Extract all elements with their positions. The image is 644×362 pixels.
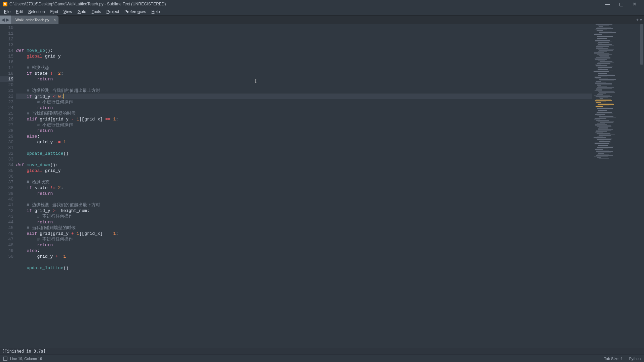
line-number[interactable]: 12 bbox=[0, 36, 13, 42]
code-line[interactable]: return bbox=[16, 105, 592, 111]
code-line[interactable]: global grid_y bbox=[16, 53, 592, 59]
line-number[interactable]: 27 bbox=[0, 122, 13, 128]
code-line[interactable]: return bbox=[16, 191, 592, 196]
build-output-panel[interactable]: [Finished in 3.7s] bbox=[0, 348, 644, 355]
tab-walklatticeteach[interactable]: WalkLatticeTeach.py × bbox=[11, 15, 58, 24]
line-number[interactable]: 26 bbox=[0, 116, 13, 122]
code-line[interactable]: else: bbox=[16, 248, 592, 254]
code-line[interactable]: # 检测状态 bbox=[16, 65, 592, 71]
line-number[interactable]: 21 bbox=[0, 88, 13, 94]
code-line[interactable] bbox=[16, 271, 592, 277]
code-line[interactable] bbox=[16, 156, 592, 162]
line-number[interactable]: 45 bbox=[0, 225, 13, 231]
menu-file[interactable]: File bbox=[1, 8, 13, 15]
menu-help[interactable]: Help bbox=[149, 8, 163, 15]
code-line[interactable]: return bbox=[16, 242, 592, 248]
code-line[interactable]: # 边缘检测 当我们的值超出最上方时 bbox=[16, 88, 592, 94]
code-line[interactable]: return bbox=[16, 128, 592, 134]
line-number[interactable]: 11 bbox=[0, 31, 13, 36]
menu-tools[interactable]: Tools bbox=[89, 8, 104, 15]
tab-close-icon[interactable]: × bbox=[53, 17, 56, 22]
code-line[interactable]: def move_down(): bbox=[16, 162, 592, 168]
code-line[interactable]: # 不进行任何操作 bbox=[16, 99, 592, 105]
code-line[interactable]: elif grid[grid_y - 1][grid_x] == 1: bbox=[16, 116, 592, 122]
code-line[interactable] bbox=[16, 59, 592, 65]
line-number[interactable]: 49 bbox=[0, 248, 13, 254]
code-line[interactable]: # 当我们碰到墙壁的时候 bbox=[16, 111, 592, 116]
line-number[interactable]: 32 bbox=[0, 151, 13, 156]
code-line[interactable]: update_lattice() bbox=[16, 265, 592, 271]
status-tabsize[interactable]: Tab Size: 4 bbox=[604, 357, 622, 361]
code-line[interactable]: else: bbox=[16, 134, 592, 139]
code-line[interactable]: global grid_y bbox=[16, 168, 592, 174]
line-number[interactable]: 29 bbox=[0, 134, 13, 139]
code-line[interactable]: # 不进行任何操作 bbox=[16, 214, 592, 219]
code-line[interactable]: # 检测状态 bbox=[16, 179, 592, 185]
menu-find[interactable]: Find bbox=[47, 8, 61, 15]
line-number[interactable]: 28 bbox=[0, 128, 13, 134]
line-number[interactable]: 36 bbox=[0, 174, 13, 179]
scrollbar-thumb[interactable] bbox=[640, 24, 643, 65]
nav-back-icon[interactable]: ◀ bbox=[1, 17, 5, 22]
line-number[interactable]: 42 bbox=[0, 208, 13, 214]
line-number[interactable]: 44 bbox=[0, 219, 13, 225]
code-line[interactable]: grid_y -= 1 bbox=[16, 139, 592, 145]
line-number[interactable]: 39 bbox=[0, 191, 13, 196]
line-number[interactable]: 13 bbox=[0, 42, 13, 48]
tab-dropdown-icon[interactable]: ▾ bbox=[640, 17, 642, 22]
line-number[interactable]: 31 bbox=[0, 145, 13, 151]
code-editor[interactable]: I def move_up(): global grid_y # 检测状态 if… bbox=[16, 24, 592, 348]
code-line[interactable]: if grid_y >= height_num: bbox=[16, 208, 592, 214]
code-line[interactable]: # 不进行任何操作 bbox=[16, 237, 592, 242]
code-line[interactable]: update_lattice() bbox=[16, 151, 592, 156]
panel-switcher-icon[interactable] bbox=[3, 357, 7, 361]
line-number[interactable]: 40 bbox=[0, 196, 13, 202]
line-number[interactable]: 18 bbox=[0, 71, 13, 76]
line-number[interactable]: 43 bbox=[0, 214, 13, 219]
line-number[interactable]: 20 bbox=[0, 82, 13, 88]
line-number[interactable]: 17 bbox=[0, 65, 13, 71]
line-number-gutter[interactable]: 1011121314151617181920212223242526272829… bbox=[0, 24, 16, 348]
line-number[interactable]: 48 bbox=[0, 242, 13, 248]
nav-forward-icon[interactable]: ▶ bbox=[5, 17, 10, 22]
line-number[interactable]: 24 bbox=[0, 105, 13, 111]
line-number[interactable]: 14 bbox=[0, 48, 13, 53]
menu-edit[interactable]: Edit bbox=[13, 8, 26, 15]
code-line[interactable]: if grid_y < 0: bbox=[16, 94, 592, 99]
code-line[interactable] bbox=[16, 82, 592, 88]
code-line[interactable]: return bbox=[16, 219, 592, 225]
code-line[interactable]: # 当我们碰到墙壁的时候 bbox=[16, 225, 592, 231]
menu-view[interactable]: View bbox=[61, 8, 75, 15]
line-number[interactable]: 15 bbox=[0, 53, 13, 59]
code-line[interactable] bbox=[16, 196, 592, 202]
close-window-button[interactable]: ✕ bbox=[628, 0, 641, 8]
menu-selection[interactable]: Selection bbox=[26, 8, 47, 15]
code-line[interactable]: # 边缘检测 当我们的值超出最下方时 bbox=[16, 202, 592, 208]
menu-preferences[interactable]: Preferences bbox=[122, 8, 149, 15]
line-number[interactable]: 34 bbox=[0, 162, 13, 168]
line-number[interactable]: 25 bbox=[0, 111, 13, 116]
code-line[interactable] bbox=[16, 42, 592, 48]
code-line[interactable]: def move_up(): bbox=[16, 48, 592, 53]
code-line[interactable]: if state != 2: bbox=[16, 71, 592, 76]
code-line[interactable]: grid_y += 1 bbox=[16, 254, 592, 259]
line-number[interactable]: 23 bbox=[0, 99, 13, 105]
new-tab-icon[interactable]: + bbox=[636, 17, 639, 22]
status-syntax[interactable]: Python bbox=[629, 357, 641, 361]
code-line[interactable]: if state != 2: bbox=[16, 185, 592, 191]
code-line[interactable]: return bbox=[16, 76, 592, 82]
line-number[interactable]: 46 bbox=[0, 231, 13, 237]
line-number[interactable]: 38 bbox=[0, 185, 13, 191]
menu-goto[interactable]: Goto bbox=[75, 8, 89, 15]
code-line[interactable] bbox=[16, 174, 592, 179]
code-line[interactable] bbox=[16, 145, 592, 151]
line-number[interactable]: 16 bbox=[0, 59, 13, 65]
minimize-button[interactable]: — bbox=[601, 0, 614, 8]
line-number[interactable]: 41 bbox=[0, 202, 13, 208]
line-number[interactable]: 35 bbox=[0, 168, 13, 174]
maximize-button[interactable]: ▢ bbox=[614, 0, 628, 8]
line-number[interactable]: 47 bbox=[0, 237, 13, 242]
minimap[interactable] bbox=[592, 24, 639, 348]
vertical-scrollbar[interactable] bbox=[639, 24, 644, 348]
line-number[interactable]: 37 bbox=[0, 179, 13, 185]
